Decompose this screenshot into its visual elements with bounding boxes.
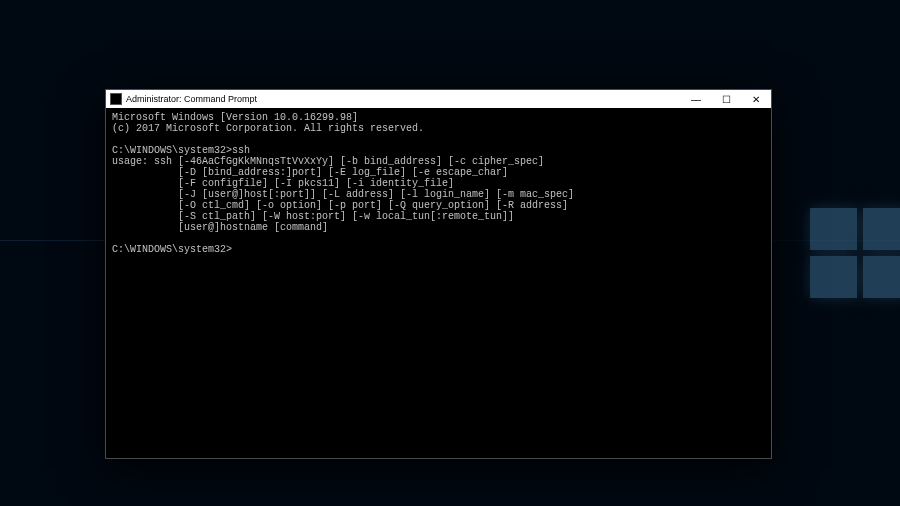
- terminal-output-area[interactable]: Microsoft Windows [Version 10.0.16299.98…: [106, 108, 771, 458]
- windows-logo-accent: [810, 208, 900, 298]
- version-line: Microsoft Windows [Version 10.0.16299.98…: [112, 112, 358, 123]
- ssh-usage-line: [user@]hostname [command]: [112, 222, 328, 233]
- ssh-usage-line: [-O ctl_cmd] [-o option] [-p port] [-Q q…: [112, 200, 568, 211]
- windows-logo-tile: [863, 256, 900, 298]
- windows-logo-tile: [863, 208, 900, 250]
- window-controls: — ☐ ✕: [681, 90, 771, 108]
- ssh-usage-line: [-J [user@]host[:port]] [-L address] [-l…: [112, 189, 574, 200]
- ssh-usage-line: [-D [bind_address:]port] [-E log_file] […: [112, 167, 508, 178]
- maximize-button[interactable]: ☐: [711, 90, 741, 108]
- command-prompt-window: Administrator: Command Prompt — ☐ ✕ Micr…: [105, 89, 772, 459]
- window-titlebar[interactable]: Administrator: Command Prompt — ☐ ✕: [106, 90, 771, 108]
- prompt-line: C:\WINDOWS\system32>ssh: [112, 145, 250, 156]
- ssh-usage-line: [-S ctl_path] [-W host:port] [-w local_t…: [112, 211, 514, 222]
- ssh-usage-line: usage: ssh [-46AaCfGgKkMNnqsTtVvXxYy] [-…: [112, 156, 544, 167]
- close-button[interactable]: ✕: [741, 90, 771, 108]
- prompt-line: C:\WINDOWS\system32>: [112, 244, 232, 255]
- minimize-button[interactable]: —: [681, 90, 711, 108]
- cmd-icon: [110, 93, 122, 105]
- window-title: Administrator: Command Prompt: [126, 94, 257, 104]
- ssh-usage-line: [-F configfile] [-I pkcs11] [-i identity…: [112, 178, 454, 189]
- windows-logo-tile: [810, 208, 857, 250]
- windows-logo-tile: [810, 256, 857, 298]
- copyright-line: (c) 2017 Microsoft Corporation. All righ…: [112, 123, 424, 134]
